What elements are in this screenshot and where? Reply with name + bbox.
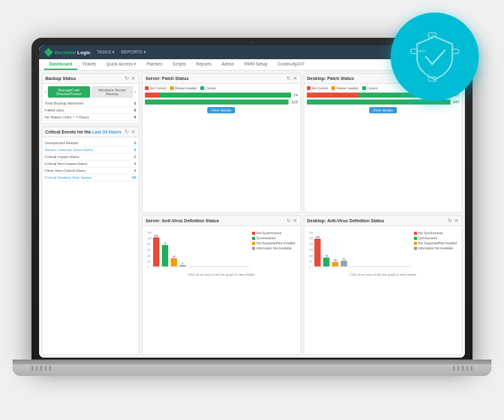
- server-patch-bar1: 74: [145, 93, 298, 98]
- critical-row-noncritical: Other Non-Critical Alerts 0: [45, 167, 136, 174]
- backup-row-nostatus: No Status (Jobs > 7 Days) 0: [45, 114, 136, 121]
- server-av-chart: 120 100 80 60 40 20 0: [145, 229, 298, 271]
- server-av-legend: Not Synchronized Synchronized: [252, 231, 295, 269]
- desktop-av-card: Desktop: Anti-Virus Definition Status ↻ …: [304, 215, 463, 355]
- av-bar-3: 29: [171, 255, 177, 266]
- tab-dashboard[interactable]: Dashboard: [44, 59, 77, 70]
- server-av-yaxis: 120 100 80 60 40 20 0: [147, 231, 152, 269]
- desktop-av-yaxis: 300 250 200 150 100 50 0: [309, 231, 314, 269]
- server-patch-title: Server: Patch Status: [146, 76, 188, 81]
- desktop-av-bar-3: 38: [332, 259, 338, 266]
- server-patch-actions: ↻ ✕: [287, 76, 297, 81]
- server-av-hint: Click on an area of the bar graph to vie…: [145, 273, 298, 276]
- critical-card-header: Critical Events for the Last 24 Hours ↻ …: [42, 127, 139, 137]
- desktop-av-header: Desktop: Anti-Virus Definition Status ↻ …: [304, 216, 462, 226]
- laptop-vent-right: [453, 366, 472, 371]
- backup-nav-left[interactable]: ‹: [45, 89, 47, 95]
- svg-rect-1: [452, 49, 459, 54]
- tab-admin[interactable]: Admin: [217, 59, 239, 70]
- backup-row-total: Total Backup Machines 1: [45, 100, 136, 107]
- desktop-av-bar-1: 236: [314, 236, 321, 266]
- internet-down-link[interactable]: Server / Internet Down Alerts: [45, 148, 93, 152]
- server-av-refresh[interactable]: ↻: [287, 218, 291, 224]
- server-av-bars: 100 73: [153, 231, 249, 269]
- server-av-card: Server: Anti-Virus Definition Status ↻ ✕: [142, 215, 301, 355]
- tab-patches[interactable]: Patches: [141, 59, 167, 70]
- desktop-av-chart: 300 250 200 150 100 50 0: [307, 229, 460, 271]
- desktop-av-bar-4: 52: [341, 258, 347, 266]
- desktop-patch-view-details[interactable]: View details: [369, 107, 397, 113]
- desktop-patch-title: Desktop: Patch Status: [307, 76, 354, 81]
- critical-card-title: Critical Events for the Last 24 Hours: [45, 130, 122, 134]
- navbar-logo: Decision Logic: [44, 48, 91, 57]
- critical-refresh-icon[interactable]: ↻: [125, 129, 129, 135]
- av-bar-2: 73: [162, 242, 168, 266]
- backup-tab-windows[interactable]: Windows Server Backup: [91, 86, 134, 98]
- logo-text: Decision Logic: [55, 50, 91, 55]
- backup-refresh-icon[interactable]: ↻: [125, 76, 129, 81]
- server-patch-body: Not Current Restart needed: [142, 84, 301, 116]
- backup-card-body: ‹ StorageCraft ShadowProtect Windows Ser…: [42, 84, 139, 123]
- not-current-dot: [145, 86, 149, 90]
- critical-row-restart: Unexpected Restart 0: [45, 140, 136, 147]
- critical-row-impact: Critical Impact Alerts 0: [45, 154, 136, 161]
- backup-nav: ‹ StorageCraft ShadowProtect Windows Ser…: [45, 86, 136, 98]
- critical-card-actions: ↻ ✕: [125, 129, 135, 135]
- desktop-av-close[interactable]: ✕: [454, 218, 459, 224]
- tab-reports[interactable]: Reports: [191, 59, 217, 70]
- diskspace-link[interactable]: Critical Desktop Disk Space: [45, 176, 91, 179]
- nav-reports[interactable]: REPORTS ▾: [121, 50, 146, 55]
- svg-rect-0: [411, 49, 417, 54]
- right-bottom: Server: Anti-Virus Definition Status ↻ ✕: [142, 215, 462, 355]
- nav-tasks[interactable]: TASKS ▾: [97, 50, 115, 55]
- server-av-close[interactable]: ✕: [293, 218, 297, 224]
- critical-row-diskspace: Critical Desktop Disk Space 45: [45, 174, 136, 181]
- svg-line-6: [432, 35, 435, 37]
- dashboard: Decision Logic TASKS ▾ REPORTS ▾ ⚙ 🔔 1: [39, 45, 465, 358]
- critical-row-nonimpact: Critical Non-Impact Alerts 0: [45, 161, 136, 167]
- right-panel: Server: Patch Status ↻ ✕: [142, 73, 462, 355]
- backup-nav-right[interactable]: ›: [134, 89, 136, 95]
- critical-card-body: Unexpected Restart 0 Server / Internet D…: [42, 137, 139, 184]
- desktop-av-bar-2: 78: [323, 254, 329, 266]
- laptop-screen: Decision Logic TASKS ▾ REPORTS ▾ ⚙ 🔔 1: [39, 45, 465, 358]
- desktop-av-refresh[interactable]: ↻: [448, 218, 452, 224]
- scene: Decision Logic TASKS ▾ REPORTS ▾ ⚙ 🔔 1: [0, 0, 504, 420]
- server-av-header: Server: Anti-Virus Definition Status ↻ ✕: [142, 216, 301, 226]
- backup-tabs: StorageCraft ShadowProtect Windows Serve…: [48, 86, 134, 98]
- server-av-body: 120 100 80 60 40 20 0: [142, 226, 301, 279]
- shield-icon: [410, 31, 460, 82]
- laptop-base: [13, 362, 491, 376]
- tab-continuity[interactable]: Continuity247: [272, 59, 309, 70]
- tab-scripts[interactable]: Scripts: [168, 59, 191, 70]
- backup-row-failed: Failed Jobs 0: [45, 107, 136, 114]
- laptop-hinge: [13, 360, 491, 365]
- tab-tickets[interactable]: Tickets: [77, 59, 101, 70]
- main-content: Backup Status ↻ ✕ ‹: [39, 71, 465, 358]
- left-panel: Backup Status ↻ ✕ ‹: [42, 73, 139, 355]
- server-patch-header: Server: Patch Status ↻ ✕: [142, 74, 301, 84]
- desktop-av-bars: 236 78: [314, 231, 411, 269]
- tab-rmmsetup[interactable]: RMM Setup: [239, 59, 273, 70]
- desktop-av-hint: Click on an area of the bar graph to vie…: [307, 273, 460, 276]
- server-patch-refresh[interactable]: ↻: [287, 76, 291, 81]
- critical-row-internet: Server / Internet Down Alerts 5: [45, 147, 136, 154]
- current-dot: [200, 86, 204, 90]
- server-patch-view-details[interactable]: View details: [207, 107, 235, 113]
- server-patch-card: Server: Patch Status ↻ ✕: [142, 73, 301, 213]
- server-patch-bar2: 122: [145, 99, 298, 105]
- desktop-av-actions: ↻ ✕: [448, 218, 459, 224]
- server-patch-close[interactable]: ✕: [293, 76, 297, 81]
- tab-quickaccess[interactable]: Quick Access ▾: [101, 59, 141, 70]
- laptop-screen-bezel: Decision Logic TASKS ▾ REPORTS ▾ ⚙ 🔔 1: [39, 45, 465, 358]
- critical-close-icon[interactable]: ✕: [131, 129, 135, 135]
- restart-needed-dot: [170, 86, 174, 90]
- server-av-actions: ↻ ✕: [287, 218, 297, 224]
- backup-card-header: Backup Status ↻ ✕: [42, 74, 139, 84]
- desktop-av-title: Desktop: Anti-Virus Definition Status: [307, 219, 385, 223]
- backup-tab-storagecraft[interactable]: StorageCraft ShadowProtect: [48, 86, 90, 98]
- av-bar-4: 3: [180, 262, 186, 266]
- av-bar-1: 100: [153, 234, 159, 266]
- backup-close-icon[interactable]: ✕: [131, 76, 135, 81]
- desktop-av-body: 300 250 200 150 100 50 0: [304, 226, 462, 279]
